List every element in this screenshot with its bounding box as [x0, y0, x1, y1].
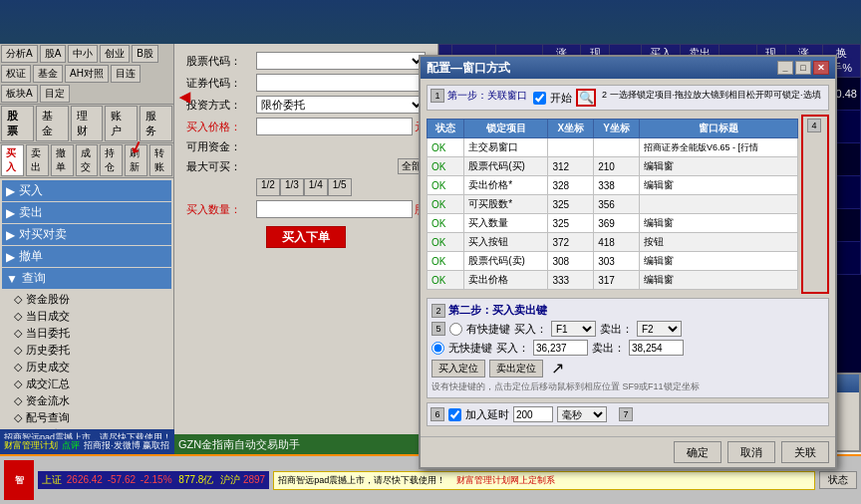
unlink-btn[interactable]: 关联 — [781, 441, 829, 463]
table-row[interactable]: OK 股票代码(卖) 308 303 编辑窗 — [428, 252, 798, 271]
buy-submit-btn[interactable]: 买入下单 — [266, 226, 346, 248]
fast-hotkey-radio[interactable] — [449, 323, 462, 336]
nav-query[interactable]: ▼ 查询 — [2, 268, 171, 289]
frac-quarter[interactable]: 1/4 — [304, 178, 328, 196]
tab-account[interactable]: 账户 — [105, 106, 138, 141]
lock-row-item: 股票代码(买) — [464, 157, 548, 176]
tab-mud[interactable]: 目定 — [40, 85, 70, 103]
tab-fund[interactable]: 基金 — [36, 106, 69, 141]
tab-quanzheng[interactable]: 权证 — [1, 65, 31, 83]
nav-deal-sum[interactable]: ◇ 成交汇总 — [2, 376, 171, 392]
start-label[interactable]: 开始 — [550, 91, 572, 106]
tab-chuang[interactable]: 创业 — [100, 45, 130, 63]
buy-price-input[interactable] — [256, 118, 413, 135]
lock-col-y: Y坐标 — [594, 120, 640, 138]
tab-gu-a[interactable]: 股A — [40, 45, 67, 63]
lock-row-x — [548, 138, 594, 157]
nav-assets[interactable]: ◇ 资金股份 — [2, 291, 171, 308]
subtab-buy[interactable]: 买入 — [1, 144, 24, 176]
tab-ah[interactable]: AH对照 — [65, 65, 109, 83]
buy-coord-input[interactable] — [533, 340, 588, 356]
no-hotkey-label[interactable]: 无快捷键 — [448, 341, 492, 356]
lock-row-status: OK — [428, 214, 464, 233]
frac-fifth[interactable]: 1/5 — [328, 178, 352, 196]
table-row[interactable]: OK 股票代码(买) 312 210 编辑窗 — [428, 157, 798, 176]
tab-service[interactable]: 服务 — [140, 106, 172, 141]
subtab-deal[interactable]: 成交 — [76, 144, 99, 176]
cancel-btn[interactable]: 取消 — [727, 441, 775, 463]
magnifier-icon[interactable]: 🔍 — [576, 89, 596, 107]
lock-table-body: OK 主交易窗口 招商证券全能版V6.65 - [行情 OK 股票代码(买) 3… — [428, 138, 798, 290]
dialog-footer: 确定 取消 关联 — [421, 436, 835, 467]
nav-alloc[interactable]: ◇ 配号查询 — [2, 409, 171, 426]
nav-buy[interactable]: ▶ 买入 — [2, 180, 171, 201]
subtab-cancel[interactable]: 撤单 — [51, 144, 74, 176]
tab-fena[interactable]: 分析A — [1, 45, 38, 63]
stock-code-select[interactable] — [256, 52, 426, 70]
sell-locate-btn[interactable]: 卖出定位 — [489, 360, 543, 378]
dialog-close-btn[interactable]: ✕ — [813, 61, 829, 75]
cert-code-input[interactable] — [256, 74, 426, 92]
table-row[interactable]: OK 买入按钮 372 418 按钮 — [428, 233, 798, 252]
nav-hist-order-icon: ◇ — [14, 344, 22, 357]
table-row[interactable]: OK 卖出价格* 328 338 编辑窗 — [428, 176, 798, 195]
bottom-right-controls: 状态 — [819, 471, 857, 489]
index-label: 上证 — [42, 474, 62, 485]
lock-row-status: OK — [428, 271, 464, 290]
nav-cancel-label: 撤单 — [19, 248, 43, 265]
nav-sell[interactable]: ▶ 卖出 — [2, 202, 171, 223]
buy-amount-input[interactable] — [256, 200, 413, 218]
table-row[interactable]: OK 主交易窗口 招商证券全能版V6.65 - [行情 — [428, 138, 798, 157]
buy-locate-btn[interactable]: 买入定位 — [431, 360, 485, 378]
nav-cashflow[interactable]: ◇ 资金流水 — [2, 392, 171, 409]
table-row[interactable]: OK 可买股数* 325 356 — [428, 195, 798, 214]
nav-cancel[interactable]: ▶ 撤单 — [2, 246, 171, 267]
dialog-minimize-btn[interactable]: _ — [777, 61, 793, 75]
buy-key-label: 买入： — [514, 322, 547, 337]
frac-third[interactable]: 1/3 — [280, 178, 304, 196]
nav-duidui[interactable]: ▶ 对买对卖 — [2, 224, 171, 245]
sell-key-select[interactable]: F2 — [637, 321, 682, 337]
subtab-transfer[interactable]: 转账 — [149, 144, 172, 176]
table-row[interactable]: OK 卖出价格 333 317 编辑窗 — [428, 271, 798, 290]
nav-hist-deal[interactable]: ◇ 历史成交 — [2, 359, 171, 376]
tab-banka[interactable]: 板块A — [1, 85, 38, 103]
delay-checkbox[interactable] — [448, 408, 461, 421]
step1-section: 1 第一步：关联窗口 开始 🔍 2 一选择锁定项目·拖拉放大镜到相目松开即可锁定… — [427, 85, 829, 111]
invest-method-select[interactable]: 限价委托 — [256, 96, 426, 114]
tab-b[interactable]: B股 — [132, 45, 158, 63]
status-btn[interactable]: 状态 — [819, 471, 857, 489]
subtab-hold[interactable]: 持仓 — [100, 144, 123, 176]
dialog-restore-btn[interactable]: □ — [795, 61, 811, 75]
lock-row-item: 买入按钮 — [464, 233, 548, 252]
tab-jijin[interactable]: 基金 — [33, 65, 63, 83]
tab-mul[interactable]: 目连 — [111, 65, 141, 83]
fast-hotkey-label[interactable]: 有快捷键 — [466, 322, 510, 337]
nav-today-order[interactable]: ◇ 当日委托 — [2, 325, 171, 342]
ad-point[interactable]: 点评 — [62, 439, 80, 452]
lock-row-y: 356 — [594, 195, 640, 214]
tab-stock[interactable]: 股票 — [1, 106, 34, 141]
lock-row-title: 招商证券全能版V6.65 - [行情 — [639, 138, 797, 157]
frac-half[interactable]: 1/2 — [256, 178, 280, 196]
no-hotkey-radio[interactable] — [431, 342, 444, 355]
confirm-btn[interactable]: 确定 — [674, 441, 721, 463]
nav-hist-order[interactable]: ◇ 历史委托 — [2, 342, 171, 359]
delay-label[interactable]: 加入延时 — [465, 407, 509, 422]
tab-wealth[interactable]: 理财 — [71, 106, 104, 141]
delay-value-input[interactable] — [513, 406, 553, 422]
lock-row-y — [594, 138, 640, 157]
lock-row-x: 328 — [548, 176, 594, 195]
sell-coord-input[interactable] — [629, 340, 684, 356]
step2-header: 2 第二步：买入卖出键 — [431, 303, 824, 318]
start-checkbox[interactable] — [533, 92, 546, 105]
delay-unit-select[interactable]: 毫秒 — [557, 406, 607, 422]
buy-key-select[interactable]: F1 — [551, 321, 596, 337]
stock-code-label: 股票代码： — [186, 54, 256, 69]
tab-zhong[interactable]: 中小 — [68, 45, 98, 63]
lock-row-item: 卖出价格* — [464, 176, 548, 195]
nav-today-deal[interactable]: ◇ 当日成交 — [2, 308, 171, 325]
lock-row-title: 编辑窗 — [639, 176, 797, 195]
table-row[interactable]: OK 买入数量 325 369 编辑窗 — [428, 214, 798, 233]
subtab-sell[interactable]: 卖出 — [26, 144, 49, 176]
